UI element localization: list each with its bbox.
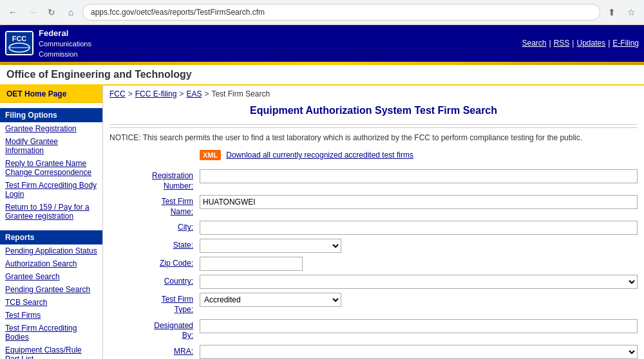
header-updates-link[interactable]: Updates [576, 39, 605, 48]
sidebar-tcb-search[interactable]: TCB Search [0, 296, 102, 309]
city-row: City: [109, 221, 638, 235]
country-row: Country: [109, 275, 638, 289]
xml-download-link[interactable]: Download all currently recognized accred… [226, 151, 413, 160]
city-input[interactable] [200, 221, 638, 235]
page-title: Equipment Authorization System Test Firm… [109, 102, 638, 122]
registration-number-input[interactable] [200, 169, 638, 183]
top-nav-links: Search | RSS | Updates | E-Filing [522, 39, 639, 48]
test-firm-name-row: Test FirmName: [109, 195, 638, 217]
sidebar-test-firm-accrediting-bodies[interactable]: Test Firm Accrediting Bodies [0, 322, 102, 344]
zip-code-input[interactable] [200, 257, 303, 271]
designated-by-input[interactable] [200, 319, 638, 333]
svg-text:FCC: FCC [12, 35, 27, 42]
header-rss-link[interactable]: RSS [554, 39, 570, 48]
content-area: FCC > FCC E-filing > EAS > Test Firm Sea… [103, 86, 644, 359]
mra-label[interactable]: MRA: [109, 345, 200, 357]
xml-area: XML Download all currently recognized ac… [200, 150, 638, 160]
share-button[interactable]: ⬆ [604, 5, 620, 20]
title-divider [109, 124, 638, 125]
header-search-link[interactable]: Search [522, 39, 547, 48]
sidebar-modify-grantee[interactable]: Modify Grantee Information [0, 135, 102, 157]
zip-code-wrap [200, 257, 638, 271]
country-wrap [200, 275, 638, 289]
sidebar-authorization-search[interactable]: Authorization Search [0, 257, 102, 270]
filing-options-title: Filing Options [0, 108, 102, 122]
mra-wrap [200, 345, 638, 359]
zip-code-label[interactable]: Zip Code: [109, 257, 200, 269]
breadcrumb-fcc[interactable]: FCC [109, 89, 126, 98]
sidebar: OET Home Page Filing Options Grantee Reg… [0, 86, 103, 359]
sidebar-test-firm-accrediting[interactable]: Test Firm Accrediting Body Login [0, 179, 102, 201]
fcc-logo: FCC [5, 31, 33, 55]
zip-code-row: Zip Code: [109, 257, 638, 271]
test-firm-type-select[interactable]: Accredited All Non-Accredited [200, 293, 341, 307]
home-button[interactable]: ⌂ [63, 5, 79, 20]
header-efiling-link[interactable]: E-Filing [612, 39, 639, 48]
sidebar-grantee-registration[interactable]: Grantee Registration [0, 122, 102, 135]
back-button[interactable]: ← [5, 5, 21, 20]
designated-by-label[interactable]: DesignatedBy: [109, 319, 200, 341]
country-label[interactable]: Country: [109, 275, 200, 287]
state-row: State: [109, 239, 638, 253]
xml-badge: XML [200, 150, 221, 160]
test-firm-type-wrap: Accredited All Non-Accredited [200, 293, 638, 307]
bookmark-button[interactable]: ☆ [623, 5, 639, 20]
top-header: FCC FederalCommunicationsCommission Sear… [0, 25, 644, 62]
test-firm-type-label[interactable]: Test FirmType: [109, 293, 200, 315]
forward-button[interactable]: → [24, 5, 40, 20]
sidebar-pending-application[interactable]: Pending Application Status [0, 244, 102, 257]
breadcrumb-eas[interactable]: EAS [186, 89, 202, 98]
state-select[interactable] [200, 239, 341, 253]
test-firm-name-input[interactable] [200, 195, 638, 209]
sidebar-pending-grantee-search[interactable]: Pending Grantee Search [0, 283, 102, 296]
oet-title: Office of Engineering and Technology [6, 69, 192, 80]
country-select[interactable] [200, 275, 638, 289]
breadcrumb-current: Test Firm Search [211, 89, 270, 98]
test-firm-name-label[interactable]: Test FirmName: [109, 195, 200, 217]
mra-select[interactable] [200, 345, 638, 359]
city-label[interactable]: City: [109, 221, 200, 233]
browser-chrome: ← → ↻ ⌂ ⬆ ☆ [0, 0, 644, 25]
state-wrap [200, 239, 638, 253]
filing-options-section: Filing Options Grantee Registration Modi… [0, 103, 102, 225]
breadcrumb-efiling[interactable]: FCC E-filing [135, 89, 177, 98]
sidebar-return-159[interactable]: Return to 159 / Pay for a Grantee regist… [0, 201, 102, 223]
fcc-logo-area: FCC FederalCommunicationsCommission [5, 28, 91, 59]
reload-button[interactable]: ↻ [44, 5, 59, 20]
oet-home-link[interactable]: OET Home Page [0, 86, 102, 103]
sidebar-equipment-class[interactable]: Equipment Class/Rule Part List [0, 344, 102, 359]
reports-title: Reports [0, 230, 102, 244]
sidebar-test-firms[interactable]: Test Firms [0, 309, 102, 322]
state-label[interactable]: State: [109, 239, 200, 251]
reports-section: Reports Pending Application Status Autho… [0, 225, 102, 359]
mra-row: MRA: [109, 345, 638, 359]
test-firm-name-wrap [200, 195, 638, 209]
notice-text: NOTICE: This search permits the user to … [109, 127, 638, 142]
oet-header: Office of Engineering and Technology [0, 65, 644, 86]
sidebar-grantee-search[interactable]: Grantee Search [0, 270, 102, 283]
address-bar[interactable] [82, 4, 600, 21]
browser-toolbar: ← → ↻ ⌂ ⬆ ☆ [0, 0, 644, 24]
test-firm-type-row: Test FirmType: Accredited All Non-Accred… [109, 293, 638, 315]
main-layout: OET Home Page Filing Options Grantee Reg… [0, 86, 644, 359]
registration-number-row: RegistrationNumber: [109, 169, 638, 191]
city-wrap [200, 221, 638, 235]
fcc-text: FederalCommunicationsCommission [39, 28, 91, 59]
sidebar-reply-grantee-name[interactable]: Reply to Grantee Name Change Corresponde… [0, 157, 102, 179]
search-form: RegistrationNumber: Test FirmName: City: [109, 169, 638, 359]
designated-by-row: DesignatedBy: [109, 319, 638, 341]
registration-number-label[interactable]: RegistrationNumber: [109, 169, 200, 191]
registration-number-wrap [200, 169, 638, 183]
breadcrumb: FCC > FCC E-filing > EAS > Test Firm Sea… [109, 86, 638, 102]
designated-by-wrap [200, 319, 638, 333]
